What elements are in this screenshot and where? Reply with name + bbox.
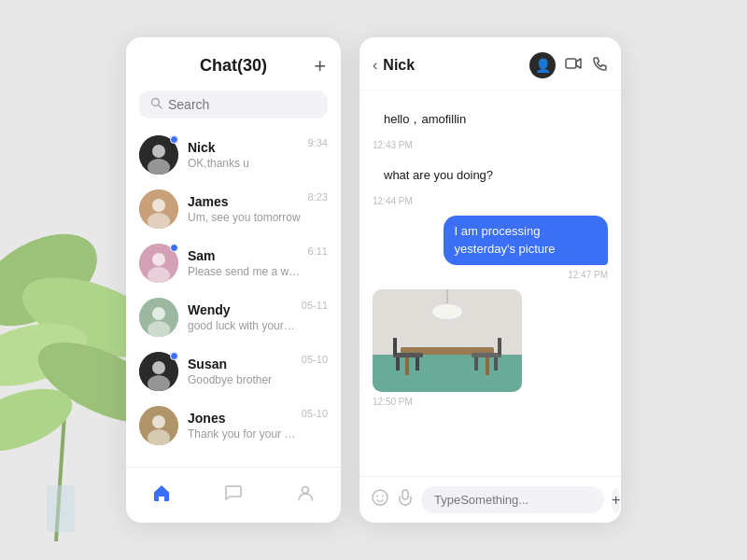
chat-preview: OK,thanks u: [188, 157, 303, 170]
chat-preview: good luck with your work: [188, 319, 296, 332]
contact-name: Nick: [383, 57, 526, 74]
messages-area: hello，amofillin 12:43 PM what are you do…: [359, 91, 621, 476]
message-group-m2: what are you doing? 12:44 PM: [373, 160, 608, 206]
chat-preview: Goodbye brother: [188, 373, 296, 386]
svg-point-47: [376, 496, 378, 497]
avatar: [139, 189, 178, 229]
chat-list-header: Chat(30) +: [126, 37, 341, 85]
avatar-wrap: [139, 352, 178, 391]
back-button[interactable]: ‹: [373, 57, 377, 74]
input-area: +: [359, 476, 621, 523]
svg-rect-36: [396, 357, 400, 371]
chat-detail-header: ‹ Nick 👤: [359, 37, 621, 91]
avatar-wrap: [139, 298, 178, 337]
message-bubble: what are you doing?: [373, 160, 504, 191]
chat-info: Nick OK,thanks u: [188, 140, 303, 170]
chat-preview: Um, see you tomorrow: [188, 211, 303, 224]
message-time: 12:47 PM: [568, 270, 608, 280]
search-input[interactable]: [168, 97, 317, 112]
svg-point-22: [152, 361, 165, 374]
chat-name: Sam: [188, 248, 303, 263]
message-group-m1: hello，amofillin 12:43 PM: [373, 104, 608, 150]
bottom-nav: [126, 467, 341, 523]
contact-avatar: 👤: [529, 52, 556, 78]
chat-time: 05-10: [302, 352, 328, 365]
chat-time: 6:11: [308, 244, 328, 257]
chat-time: 05-10: [302, 406, 328, 419]
svg-rect-39: [472, 353, 501, 357]
chat-name: Nick: [188, 140, 303, 155]
attach-icon[interactable]: [397, 489, 414, 511]
unread-dot: [170, 352, 178, 360]
chat-name: Wendy: [188, 302, 296, 317]
svg-point-16: [152, 253, 165, 266]
unread-dot: [170, 244, 178, 252]
chat-preview: Thank you for your help: [188, 427, 296, 441]
svg-point-46: [373, 490, 388, 505]
avatar-wrap: [139, 135, 178, 175]
svg-rect-37: [416, 357, 419, 371]
chat-info: Susan Goodbye brother: [188, 357, 296, 386]
chat-list-panel: Chat(30) + Nick: [126, 37, 341, 523]
message-bubble: I am processing yesterday's picture: [444, 216, 608, 264]
svg-line-8: [159, 105, 162, 109]
chat-info: Wendy good luck with your work: [188, 302, 296, 332]
svg-rect-31: [373, 355, 522, 392]
video-call-icon[interactable]: [565, 57, 582, 74]
search-bar[interactable]: [139, 91, 328, 119]
avatar: [139, 406, 178, 445]
svg-point-48: [382, 496, 384, 497]
svg-point-27: [302, 487, 308, 494]
avatar-wrap: [139, 244, 178, 283]
avatar-wrap: [139, 406, 178, 445]
chat-item-sam[interactable]: Sam Please send me a working ... 6:11: [132, 236, 335, 290]
panels-container: Chat(30) + Nick: [126, 37, 621, 523]
chat-info: Jones Thank you for your help: [188, 411, 296, 441]
svg-point-13: [152, 199, 165, 212]
nav-home-icon[interactable]: [136, 479, 187, 511]
unread-dot: [170, 135, 178, 144]
svg-rect-33: [405, 355, 409, 375]
svg-point-25: [152, 415, 165, 428]
svg-rect-6: [47, 485, 75, 532]
chat-info: James Um, see you tomorrow: [188, 194, 303, 224]
svg-rect-28: [566, 59, 576, 68]
header-actions: [565, 56, 608, 75]
svg-rect-42: [498, 338, 501, 355]
chat-item-james[interactable]: James Um, see you tomorrow 8:23: [132, 182, 335, 236]
message-input[interactable]: [421, 486, 604, 513]
svg-rect-40: [474, 357, 478, 371]
phone-call-icon[interactable]: [593, 56, 608, 75]
chat-item-nick[interactable]: Nick OK,thanks u 9:34: [132, 128, 335, 182]
chat-preview: Please send me a working ...: [188, 265, 303, 278]
send-button[interactable]: +: [612, 487, 620, 513]
chat-list: Nick OK,thanks u 9:34 James Um, see you …: [126, 128, 341, 467]
message-group-m3: I am processing yesterday's picture 12:4…: [373, 216, 608, 279]
message-bubble: hello，amofillin: [373, 104, 477, 135]
add-chat-button[interactable]: +: [314, 56, 326, 77]
chat-time: 05-11: [302, 298, 328, 311]
chat-item-jones[interactable]: Jones Thank you for your help 05-10: [132, 399, 335, 453]
avatar: [139, 298, 178, 337]
chat-item-susan[interactable]: Susan Goodbye brother 05-10: [132, 344, 335, 399]
svg-rect-34: [486, 355, 489, 375]
emoji-icon[interactable]: [371, 488, 389, 511]
message-time: 12:50 PM: [373, 397, 413, 407]
search-icon: [150, 97, 162, 112]
chat-time: 8:23: [308, 189, 328, 203]
chat-name: Jones: [188, 411, 296, 426]
svg-point-10: [152, 145, 165, 158]
svg-rect-35: [393, 353, 423, 357]
nav-profile-icon[interactable]: [280, 479, 331, 511]
chat-name: Susan: [188, 357, 296, 371]
message-group-m4: 12:50 PM: [373, 289, 608, 407]
svg-point-45: [432, 304, 462, 319]
chat-list-title: Chat(30): [200, 56, 267, 76]
chat-item-wendy[interactable]: Wendy good luck with your work 05-11: [132, 290, 335, 344]
chat-detail-panel: ‹ Nick 👤 hello，amofil: [359, 37, 621, 523]
svg-point-19: [152, 307, 165, 320]
message-image: [373, 289, 522, 392]
message-time: 12:43 PM: [373, 140, 413, 150]
nav-chat-icon[interactable]: [208, 479, 259, 511]
chat-time: 9:34: [308, 135, 328, 148]
